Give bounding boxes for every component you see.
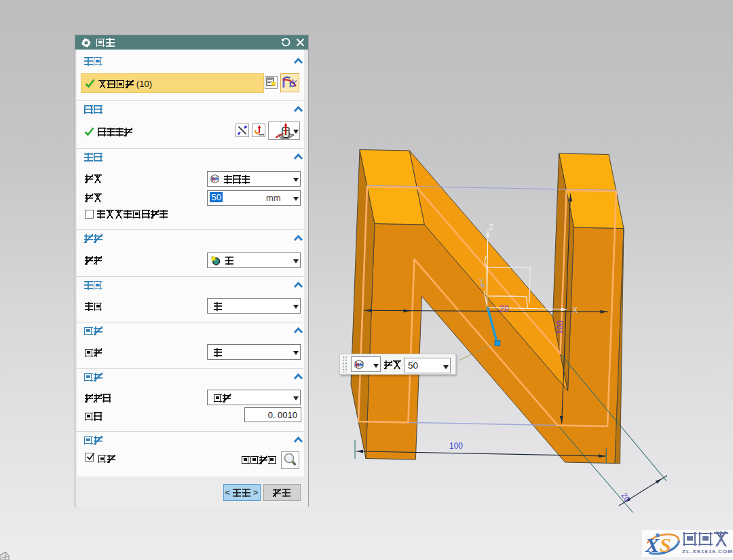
- svg-text:20: 20: [619, 491, 632, 504]
- svg-text:Z: Z: [489, 223, 493, 232]
- svg-text:S: S: [660, 534, 671, 556]
- svg-text:100: 100: [555, 320, 565, 335]
- svg-text:20: 20: [500, 304, 509, 314]
- svg-text:X: X: [572, 305, 578, 315]
- svg-text:Y: Y: [479, 277, 485, 286]
- svg-text:100: 100: [449, 441, 463, 451]
